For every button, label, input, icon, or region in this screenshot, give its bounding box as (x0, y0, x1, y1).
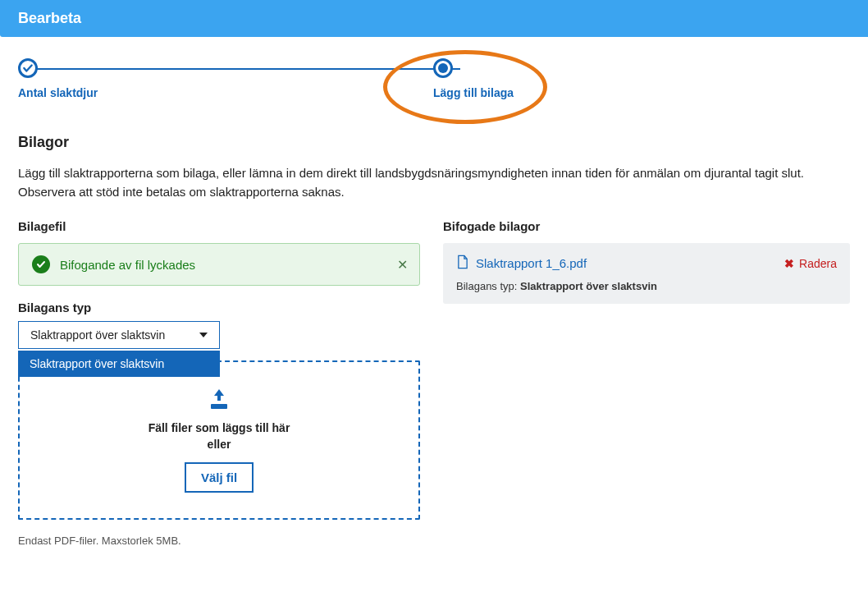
chevron-down-icon (199, 333, 208, 337)
success-alert: Bifogande av fil lyckades ✕ (18, 243, 420, 286)
delete-label: Radera (799, 257, 837, 270)
stepper: Antal slaktdjur Lägg till bilaga (18, 58, 850, 108)
alert-close-icon[interactable]: ✕ (397, 257, 408, 273)
page-header: Bearbeta (0, 0, 868, 37)
bilagefil-header: Bilagefil (18, 219, 420, 233)
radio-current-icon (433, 58, 453, 78)
upload-icon (206, 388, 232, 411)
step-2-label: Lägg till bilaga (433, 86, 514, 99)
delete-attachment-button[interactable]: ✖ Radera (784, 257, 837, 270)
attachment-card: Slaktrapport 1_6.pdf ✖ Radera Bilagans t… (443, 243, 850, 304)
attached-header: Bifogade bilagor (443, 219, 850, 233)
check-circle-filled-icon (32, 255, 50, 273)
type-select-value: Slaktrapport över slaktsvin (30, 328, 165, 342)
attachment-filename-link[interactable]: Slaktrapport 1_6.pdf (476, 256, 587, 270)
choose-file-button[interactable]: Välj fil (185, 462, 254, 493)
dropzone-text: Fäll filer som läggs till här eller (148, 420, 290, 452)
type-label: Bilagans typ (18, 301, 420, 314)
svg-rect-0 (211, 404, 227, 409)
type-select-option[interactable]: Slaktrapport över slaktsvin (18, 351, 220, 377)
close-icon: ✖ (784, 257, 794, 270)
page-title: Bearbeta (18, 10, 81, 26)
file-hint: Endast PDF-filer. Maxstorlek 5MB. (18, 535, 420, 547)
attachment-type: Bilagans typ: Slaktrapport över slaktsvi… (456, 280, 837, 292)
section-title: Bilagor (18, 134, 850, 151)
file-dropzone[interactable]: Fäll filer som läggs till här eller Välj… (18, 360, 420, 520)
section-intro: Lägg till slaktrapporterna som bilaga, e… (18, 164, 822, 201)
step-1[interactable]: Antal slaktdjur (18, 58, 98, 99)
type-select-dropdown: Slaktrapport över slaktsvin (18, 351, 220, 377)
step-1-label: Antal slaktdjur (18, 86, 98, 99)
type-select[interactable]: Slaktrapport över slaktsvin (18, 321, 220, 349)
file-icon (456, 255, 469, 272)
check-circle-icon (18, 58, 38, 78)
alert-message: Bifogande av fil lyckades (60, 258, 195, 272)
step-2[interactable]: Lägg till bilaga (433, 58, 514, 99)
